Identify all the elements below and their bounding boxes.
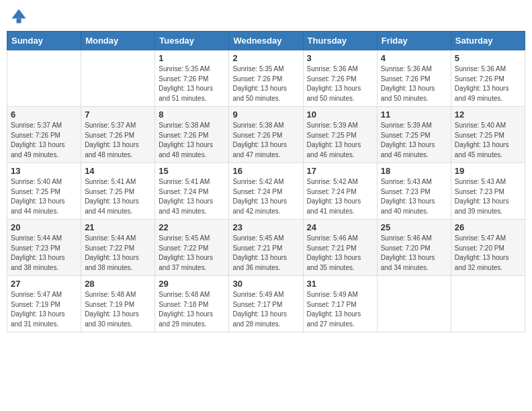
calendar-cell (451, 276, 525, 332)
day-number: 1 (159, 53, 225, 63)
calendar-header-monday: Monday (81, 32, 155, 50)
calendar-cell: 1Sunrise: 5:35 AMSunset: 7:26 PMDaylight… (155, 50, 229, 107)
calendar-week-row: 27Sunrise: 5:47 AMSunset: 7:19 PMDayligh… (7, 276, 525, 332)
day-number: 22 (159, 222, 225, 232)
day-info: Sunrise: 5:39 AMSunset: 7:25 PMDaylight:… (381, 121, 447, 160)
calendar-cell: 4Sunrise: 5:36 AMSunset: 7:26 PMDaylight… (377, 50, 451, 107)
calendar-header-saturday: Saturday (451, 32, 525, 50)
day-number: 21 (85, 222, 151, 232)
calendar-cell (7, 50, 81, 107)
day-info: Sunrise: 5:35 AMSunset: 7:26 PMDaylight:… (232, 64, 299, 103)
day-number: 30 (232, 279, 299, 289)
day-info: Sunrise: 5:37 AMSunset: 7:26 PMDaylight:… (11, 121, 77, 160)
day-number: 27 (11, 279, 77, 289)
day-info: Sunrise: 5:43 AMSunset: 7:23 PMDaylight:… (455, 177, 521, 216)
day-info: Sunrise: 5:38 AMSunset: 7:26 PMDaylight:… (159, 121, 225, 160)
calendar-cell: 18Sunrise: 5:43 AMSunset: 7:23 PMDayligh… (377, 163, 451, 220)
day-number: 14 (85, 166, 151, 176)
day-info: Sunrise: 5:45 AMSunset: 7:21 PMDaylight:… (232, 234, 299, 273)
calendar-cell: 17Sunrise: 5:42 AMSunset: 7:24 PMDayligh… (303, 163, 377, 220)
svg-marker-0 (12, 9, 26, 19)
day-info: Sunrise: 5:45 AMSunset: 7:22 PMDaylight:… (159, 234, 225, 273)
day-info: Sunrise: 5:36 AMSunset: 7:26 PMDaylight:… (455, 64, 521, 103)
calendar-week-row: 6Sunrise: 5:37 AMSunset: 7:26 PMDaylight… (7, 107, 525, 163)
day-info: Sunrise: 5:46 AMSunset: 7:21 PMDaylight:… (307, 234, 373, 273)
day-info: Sunrise: 5:49 AMSunset: 7:17 PMDaylight:… (232, 290, 299, 329)
calendar-header-friday: Friday (377, 32, 451, 50)
day-info: Sunrise: 5:39 AMSunset: 7:25 PMDaylight:… (307, 121, 373, 160)
calendar-week-row: 1Sunrise: 5:35 AMSunset: 7:26 PMDaylight… (7, 50, 525, 107)
calendar-cell: 21Sunrise: 5:44 AMSunset: 7:22 PMDayligh… (81, 220, 155, 276)
calendar-header-row: SundayMondayTuesdayWednesdayThursdayFrid… (7, 32, 525, 50)
calendar-header-tuesday: Tuesday (155, 32, 229, 50)
day-number: 29 (159, 279, 225, 289)
day-info: Sunrise: 5:42 AMSunset: 7:24 PMDaylight:… (307, 177, 373, 216)
calendar-cell: 24Sunrise: 5:46 AMSunset: 7:21 PMDayligh… (303, 220, 377, 276)
day-info: Sunrise: 5:35 AMSunset: 7:26 PMDaylight:… (159, 64, 225, 103)
day-info: Sunrise: 5:40 AMSunset: 7:25 PMDaylight:… (11, 177, 77, 216)
calendar-cell (81, 50, 155, 107)
day-number: 5 (455, 53, 521, 63)
calendar-cell: 14Sunrise: 5:41 AMSunset: 7:25 PMDayligh… (81, 163, 155, 220)
day-number: 3 (307, 53, 373, 63)
calendar-header-thursday: Thursday (303, 32, 377, 50)
calendar-cell: 31Sunrise: 5:49 AMSunset: 7:17 PMDayligh… (303, 276, 377, 332)
calendar-cell: 27Sunrise: 5:47 AMSunset: 7:19 PMDayligh… (7, 276, 81, 332)
day-info: Sunrise: 5:41 AMSunset: 7:25 PMDaylight:… (85, 177, 151, 216)
day-info: Sunrise: 5:48 AMSunset: 7:18 PMDaylight:… (159, 290, 225, 329)
day-number: 24 (307, 222, 373, 232)
day-number: 28 (85, 279, 151, 289)
page-header (7, 7, 525, 26)
calendar-cell: 10Sunrise: 5:39 AMSunset: 7:25 PMDayligh… (303, 107, 377, 163)
calendar-cell: 12Sunrise: 5:40 AMSunset: 7:25 PMDayligh… (451, 107, 525, 163)
calendar-table: SundayMondayTuesdayWednesdayThursdayFrid… (7, 31, 525, 332)
day-number: 17 (307, 166, 373, 176)
calendar-cell: 8Sunrise: 5:38 AMSunset: 7:26 PMDaylight… (155, 107, 229, 163)
day-info: Sunrise: 5:37 AMSunset: 7:26 PMDaylight:… (85, 121, 151, 160)
calendar-cell: 15Sunrise: 5:41 AMSunset: 7:24 PMDayligh… (155, 163, 229, 220)
day-info: Sunrise: 5:46 AMSunset: 7:20 PMDaylight:… (381, 234, 447, 273)
day-info: Sunrise: 5:44 AMSunset: 7:22 PMDaylight:… (85, 234, 151, 273)
calendar-header-sunday: Sunday (7, 32, 81, 50)
day-number: 9 (232, 109, 299, 120)
day-number: 12 (455, 109, 521, 120)
day-info: Sunrise: 5:40 AMSunset: 7:25 PMDaylight:… (455, 121, 521, 160)
calendar-header-wednesday: Wednesday (229, 32, 303, 50)
day-info: Sunrise: 5:42 AMSunset: 7:24 PMDaylight:… (232, 177, 299, 216)
day-number: 19 (455, 166, 521, 176)
calendar-cell: 7Sunrise: 5:37 AMSunset: 7:26 PMDaylight… (81, 107, 155, 163)
day-info: Sunrise: 5:47 AMSunset: 7:20 PMDaylight:… (455, 234, 521, 273)
logo-icon (9, 7, 28, 26)
calendar-cell: 29Sunrise: 5:48 AMSunset: 7:18 PMDayligh… (155, 276, 229, 332)
day-info: Sunrise: 5:44 AMSunset: 7:23 PMDaylight:… (11, 234, 77, 273)
calendar-cell: 28Sunrise: 5:48 AMSunset: 7:19 PMDayligh… (81, 276, 155, 332)
svg-rect-1 (17, 19, 21, 24)
calendar-cell: 5Sunrise: 5:36 AMSunset: 7:26 PMDaylight… (451, 50, 525, 107)
calendar-cell: 26Sunrise: 5:47 AMSunset: 7:20 PMDayligh… (451, 220, 525, 276)
day-info: Sunrise: 5:36 AMSunset: 7:26 PMDaylight:… (381, 64, 447, 103)
day-number: 23 (232, 222, 299, 232)
logo (9, 7, 30, 26)
day-number: 4 (381, 53, 447, 63)
calendar-week-row: 20Sunrise: 5:44 AMSunset: 7:23 PMDayligh… (7, 220, 525, 276)
day-number: 2 (232, 53, 299, 63)
day-number: 31 (307, 279, 373, 289)
calendar-cell: 2Sunrise: 5:35 AMSunset: 7:26 PMDaylight… (229, 50, 303, 107)
calendar-cell: 6Sunrise: 5:37 AMSunset: 7:26 PMDaylight… (7, 107, 81, 163)
day-number: 18 (381, 166, 447, 176)
day-number: 6 (11, 109, 77, 120)
day-number: 11 (381, 109, 447, 120)
calendar-cell: 13Sunrise: 5:40 AMSunset: 7:25 PMDayligh… (7, 163, 81, 220)
day-info: Sunrise: 5:43 AMSunset: 7:23 PMDaylight:… (381, 177, 447, 216)
calendar-cell (377, 276, 451, 332)
calendar-cell: 22Sunrise: 5:45 AMSunset: 7:22 PMDayligh… (155, 220, 229, 276)
calendar-cell: 30Sunrise: 5:49 AMSunset: 7:17 PMDayligh… (229, 276, 303, 332)
calendar-cell: 16Sunrise: 5:42 AMSunset: 7:24 PMDayligh… (229, 163, 303, 220)
day-number: 16 (232, 166, 299, 176)
day-number: 7 (85, 109, 151, 120)
calendar-cell: 25Sunrise: 5:46 AMSunset: 7:20 PMDayligh… (377, 220, 451, 276)
day-info: Sunrise: 5:47 AMSunset: 7:19 PMDaylight:… (11, 290, 77, 329)
day-info: Sunrise: 5:49 AMSunset: 7:17 PMDaylight:… (307, 290, 373, 329)
day-info: Sunrise: 5:48 AMSunset: 7:19 PMDaylight:… (85, 290, 151, 329)
day-info: Sunrise: 5:36 AMSunset: 7:26 PMDaylight:… (307, 64, 373, 103)
